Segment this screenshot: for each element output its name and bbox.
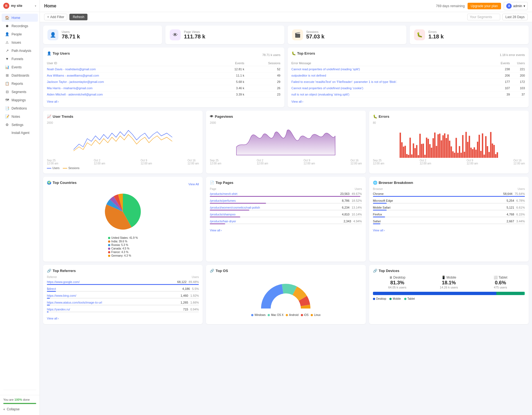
error-bar xyxy=(474,147,475,158)
error-bar xyxy=(472,149,473,158)
list-item: /products/perfumes 8,786 18.52% xyxy=(210,199,362,204)
upgrade-button[interactable]: Upgrade your plan xyxy=(468,3,501,9)
sidebar-item-settings[interactable]: ⚙Settings xyxy=(2,121,38,129)
error-users-cell: 103 xyxy=(510,85,525,91)
ref-link[interactable]: https://www.google.com/ xyxy=(47,280,80,284)
ref-bar-fill xyxy=(47,312,49,312)
error-msg-link[interactable]: Cannot read properties of undefined (rea… xyxy=(292,86,363,90)
device-legend-item: Tablet xyxy=(404,297,415,300)
ref-users: 4,186 xyxy=(182,287,190,290)
error-msg-link[interactable]: Failed to execute 'readAsText' on 'FileR… xyxy=(292,80,397,83)
sidebar-item-label: Recordings xyxy=(12,24,28,28)
top-devices-card: 🔗 Top Devices 🖥 Desktop 81.3% 64.05 k us… xyxy=(369,265,529,324)
ref-bar xyxy=(47,284,199,285)
top-countries-view-all[interactable]: View All xyxy=(188,183,199,186)
sidebar-item-install-agent[interactable]: Install Agent xyxy=(2,129,38,137)
chart-icon: 📈 xyxy=(47,114,51,119)
events-cell: 3.39 k xyxy=(215,91,244,98)
os-legend-item: Linux xyxy=(311,313,321,316)
error-bar xyxy=(426,138,427,158)
error-users-cell: 37 xyxy=(510,91,525,98)
link-icon: 🔗 xyxy=(47,269,51,273)
collapse-label: Collapse xyxy=(7,407,20,411)
browser-users: 4,768 xyxy=(506,213,514,216)
user-id-link[interactable]: Mia Harris - miaharris@gmail.com xyxy=(47,86,92,90)
error-bar xyxy=(409,138,411,158)
segments-dropdown[interactable]: Your Segments xyxy=(467,14,500,20)
user-id-link[interactable]: Noah Davis - noahdavis@gmail.com xyxy=(47,68,96,71)
browser-pct: 6.78% xyxy=(516,199,525,202)
os-link-icon: 🔗 xyxy=(210,269,214,273)
top-errors-table: Error Message Events Users Cannot read p… xyxy=(292,60,525,98)
os-legend-label: Android xyxy=(289,313,298,316)
collapse-button[interactable]: « Collapse xyxy=(3,406,36,412)
top-users-count: 78.71 k users xyxy=(262,53,280,57)
content-area: 👤 Users 78.71 k 👁 Page Views 111.78 k 🎬 … xyxy=(40,22,532,415)
sidebar-item-dashboards[interactable]: ⊞Dashboards xyxy=(2,71,38,79)
sidebar-item-mappings[interactable]: 🗺Mappings xyxy=(2,96,38,104)
error-bar xyxy=(437,134,439,158)
error-users-cell: 172 xyxy=(510,79,525,85)
add-filter-label: Add Filter xyxy=(50,15,64,19)
error-msg-link[interactable]: null is not an object (evaluating 'strin… xyxy=(292,93,349,96)
sidebar-item-home[interactable]: 🏠Home xyxy=(2,14,38,22)
user-id-link[interactable]: Jackson Taylor - jacksontaylor@gmail.com xyxy=(47,80,104,83)
error-bar xyxy=(487,146,488,158)
referrers-view-all[interactable]: View all › xyxy=(47,317,59,320)
error-events-cell: 238 xyxy=(492,66,510,72)
sidebar-item-funnels[interactable]: ▼Funnels xyxy=(2,55,38,63)
page-link[interactable]: /product/women/cosmetics/nail-polish xyxy=(210,206,260,209)
sidebar-item-issues[interactable]: ⚠Issues xyxy=(2,38,38,46)
top-pages-view-all[interactable]: View all › xyxy=(210,229,222,232)
error-bar xyxy=(400,133,401,158)
page-link[interactable]: /products/perfumes xyxy=(210,199,236,202)
error-bar xyxy=(442,135,444,158)
sidebar-item-people[interactable]: 👤People xyxy=(2,30,38,38)
top-errors-view-all[interactable]: View all › xyxy=(292,100,303,103)
sidebar-item-definitions[interactable]: 📑Definitions xyxy=(2,104,38,112)
top-users-view-all[interactable]: View all › xyxy=(47,100,59,103)
sidebar-item-notes[interactable]: 📝Notes xyxy=(2,113,38,120)
page-link[interactable]: /products/men/t-shirt xyxy=(210,192,237,195)
error-msg-link[interactable]: Cannot read properties of undefined (rea… xyxy=(292,68,360,71)
admin-dropdown[interactable]: A admin ▾ xyxy=(504,2,528,10)
page-link[interactable]: /products/shampoo xyxy=(210,213,236,216)
error-bar xyxy=(483,155,485,158)
referrers-rows: https://www.google.com/ 68,122 89.48% $d… xyxy=(47,280,199,312)
os-legend-item: Android xyxy=(286,313,298,316)
refresh-button[interactable]: Refresh xyxy=(69,14,87,20)
user-id-link[interactable]: Ava Williams - avawilliams@gmail.com xyxy=(47,74,99,77)
date-range-button[interactable]: Last 28 Days xyxy=(502,14,528,20)
legend-dot xyxy=(108,244,110,246)
ref-link[interactable]: https://yandex.ru/ xyxy=(47,308,70,311)
page-link[interactable]: /products/hair-dryer xyxy=(210,220,236,223)
sidebar-item-segments[interactable]: ⊟Segments xyxy=(2,88,38,96)
sidebar-item-recordings[interactable]: ⏺Recordings xyxy=(2,22,38,30)
top-errors-card: 🐛 Top Errors 1.18 k error events Error M… xyxy=(288,47,529,107)
stat-card-errors: 🐛 Errors 1.18 k xyxy=(410,26,529,44)
list-item: Firefox 4,768 6.15% xyxy=(373,213,525,217)
error-bar xyxy=(455,138,457,158)
table-row: Cannot read properties of undefined (rea… xyxy=(292,85,525,91)
ref-link[interactable]: https://www.atatus.com/tools/image-to-ur… xyxy=(47,301,102,304)
ref-link[interactable]: $direct xyxy=(47,287,56,290)
sidebar-item-path-analysis[interactable]: ↗Path Analysis xyxy=(2,47,38,55)
top-users-card: 👤 Top Users 78.71 k users User ID Events… xyxy=(43,47,284,107)
error-bar xyxy=(485,136,486,158)
add-filter-button[interactable]: + Add Filter xyxy=(44,14,67,20)
admin-avatar: A xyxy=(506,3,512,9)
list-item: https://www.google.com/ 68,122 89.48% xyxy=(47,280,199,285)
error-bar xyxy=(447,134,449,158)
ref-pct: 89.48% xyxy=(189,280,199,284)
sidebar-logo[interactable]: R my site ▾ xyxy=(0,0,39,12)
os-legend-item: iOS xyxy=(301,313,309,316)
table-row: Noah Davis - noahdavis@gmail.com12.81 k5… xyxy=(47,66,281,72)
browser-bar xyxy=(373,223,525,224)
browser-view-all[interactable]: View all › xyxy=(373,229,385,232)
ref-link[interactable]: https://www.bing.com/ xyxy=(47,294,76,297)
events-cell: 3.46 k xyxy=(215,85,244,91)
error-msg-link[interactable]: outputeditor is not defined xyxy=(292,74,326,77)
user-id-link[interactable]: Aiden Mitchell - aidenmitchell@gmail.com xyxy=(47,93,103,96)
sidebar-item-reports[interactable]: 📋Reports xyxy=(2,80,38,88)
sidebar-item-events[interactable]: 📊Events xyxy=(2,63,38,71)
